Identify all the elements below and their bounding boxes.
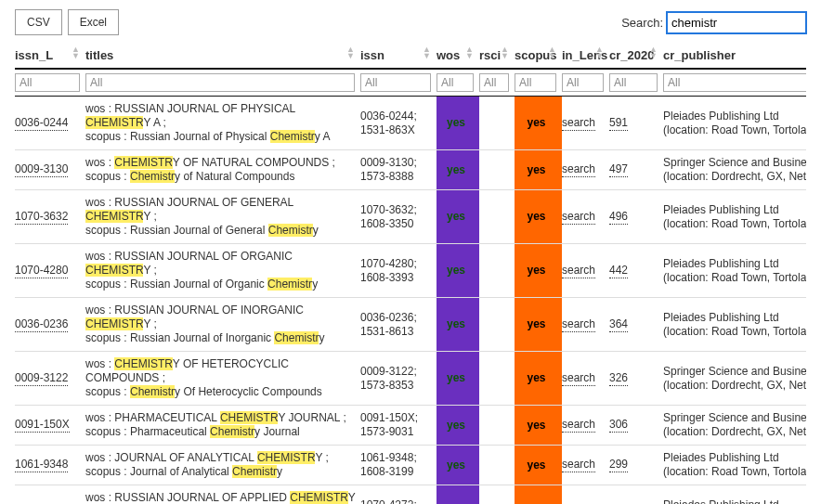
filter-input-cr_publisher[interactable] (663, 73, 806, 92)
wos-cell: yes (437, 485, 479, 505)
issn-cell: 0036-0244;1531-863X (360, 97, 437, 150)
table-row: 1061-9348wos : JOURNAL OF ANALYTICAL CHE… (15, 446, 806, 485)
titles-cell: wos : JOURNAL OF ANALYTICAL CHEMISTRY ;s… (85, 446, 360, 485)
rsci-cell (479, 244, 515, 298)
rsci-cell (479, 485, 515, 505)
csv-button[interactable]: CSV (15, 9, 62, 35)
excel-button[interactable]: Excel (68, 9, 119, 35)
cr2020-link[interactable]: 306 (609, 418, 628, 433)
inlens-link[interactable]: search (562, 458, 595, 472)
issn-l-link[interactable]: 1070-3632 (15, 210, 68, 225)
search-label: Search: (621, 16, 663, 30)
rsci-cell (479, 97, 515, 150)
issn-l-link[interactable]: 0009-3122 (15, 371, 68, 386)
sort-icon: ▲▼ (501, 46, 509, 59)
table-row: 1070-4280wos : RUSSIAN JOURNAL OF ORGANI… (15, 244, 806, 298)
data-table: issn_L▲▼titles▲▼issn▲▼wos▲▼rsci▲▼scopus▲… (15, 43, 806, 504)
filter-input-in_Lens[interactable] (562, 73, 604, 92)
filter-input-rsci[interactable] (479, 73, 509, 92)
cr2020-link[interactable]: 497 (609, 162, 628, 177)
cr2020-link[interactable]: 591 (609, 116, 628, 131)
inlens-link[interactable]: search (562, 317, 595, 332)
issn-l-link[interactable]: 1070-4280 (15, 264, 68, 278)
titles-cell: wos : RUSSIAN JOURNAL OF INORGANIC CHEMI… (85, 298, 360, 352)
scopus-cell: yes (515, 298, 562, 352)
search-input[interactable] (667, 12, 806, 33)
wos-cell: yes (437, 244, 479, 298)
issn-cell: 1070-3632;1608-3350 (360, 190, 437, 244)
cr2020-link[interactable]: 299 (609, 458, 628, 472)
column-header-titles[interactable]: titles▲▼ (85, 43, 360, 69)
wos-cell: yes (437, 298, 479, 352)
table-row: 0091-150Xwos : PHARMACEUTICAL CHEMISTRY … (15, 406, 806, 446)
wos-cell: yes (437, 97, 479, 150)
filter-input-scopus[interactable] (515, 73, 556, 92)
inlens-link[interactable]: search (562, 162, 595, 177)
scopus-cell: yes (515, 446, 562, 485)
issn-cell: 0009-3130;1573-8388 (360, 150, 437, 190)
inlens-link[interactable]: search (562, 116, 595, 131)
filter-input-wos[interactable] (437, 73, 474, 92)
sort-icon: ▲▼ (595, 46, 604, 59)
table-row: 0036-0244wos : RUSSIAN JOURNAL OF PHYSIC… (15, 97, 806, 150)
table-row: 0009-3122wos : CHEMISTRY OF HETEROCYCLIC… (15, 352, 806, 406)
titles-cell: wos : RUSSIAN JOURNAL OF PHYSICAL CHEMIS… (85, 97, 360, 150)
sort-icon: ▲▼ (465, 46, 474, 59)
column-header-scopus[interactable]: scopus▲▼ (515, 43, 562, 69)
titles-cell: wos : CHEMISTRY OF NATURAL COMPOUNDS ;sc… (85, 150, 360, 190)
inlens-link[interactable]: search (562, 371, 595, 386)
issn-l-link[interactable]: 0036-0236 (15, 317, 68, 332)
titles-cell: wos : RUSSIAN JOURNAL OF ORGANIC CHEMIST… (85, 244, 360, 298)
filter-input-issn[interactable] (360, 73, 431, 92)
issn-l-link[interactable]: 1061-9348 (15, 458, 68, 472)
rsci-cell (479, 298, 515, 352)
table-row: 0036-0236wos : RUSSIAN JOURNAL OF INORGA… (15, 298, 806, 352)
column-header-wos[interactable]: wos▲▼ (437, 43, 479, 69)
issn-cell: 0036-0236;1531-8613 (360, 298, 437, 352)
publisher-cell: Pleiades Publishing Ltd(location: Road T… (663, 446, 806, 485)
inlens-link[interactable]: search (562, 264, 595, 278)
issn-l-link[interactable]: 0036-0244 (15, 116, 68, 131)
issn-l-link[interactable]: 0091-150X (15, 418, 70, 433)
rsci-cell (479, 150, 515, 190)
cr2020-link[interactable]: 326 (609, 371, 628, 386)
rsci-cell (479, 446, 515, 485)
cr2020-link[interactable]: 496 (609, 210, 628, 225)
table-row: 0009-3130wos : CHEMISTRY OF NATURAL COMP… (15, 150, 806, 190)
inlens-link[interactable]: search (562, 210, 595, 225)
rsci-cell (479, 406, 515, 446)
column-header-in_Lens[interactable]: in_Lens▲▼ (562, 43, 609, 69)
publisher-cell: Pleiades Publishing Ltd(location: Road T… (663, 244, 806, 298)
issn-cell: 1070-4272;1608-3296 (360, 485, 437, 505)
titles-cell: wos : PHARMACEUTICAL CHEMISTRY JOURNAL ;… (85, 406, 360, 446)
sort-icon: ▲▼ (346, 46, 355, 59)
table-row: 1070-3632wos : RUSSIAN JOURNAL OF GENERA… (15, 190, 806, 244)
table-scroll-container: issn_L▲▼titles▲▼issn▲▼wos▲▼rsci▲▼scopus▲… (15, 43, 806, 504)
column-header-cr_publisher[interactable]: cr_publisher▲▼ (663, 43, 806, 69)
inlens-link[interactable]: search (562, 418, 595, 433)
column-header-cr_2020[interactable]: cr_2020▲▼ (609, 43, 663, 69)
scopus-cell: yes (515, 190, 562, 244)
column-header-rsci[interactable]: rsci▲▼ (479, 43, 515, 69)
filter-input-titles[interactable] (85, 73, 355, 92)
filter-input-issn_L[interactable] (15, 73, 80, 92)
issn-l-link[interactable]: 0009-3130 (15, 162, 68, 177)
sort-icon: ▲▼ (548, 46, 556, 59)
sort-icon: ▲▼ (649, 46, 658, 59)
issn-cell: 0091-150X;1573-9031 (360, 406, 437, 446)
issn-cell: 1070-4280;1608-3393 (360, 244, 437, 298)
scopus-cell: yes (515, 352, 562, 406)
column-header-issn_L[interactable]: issn_L▲▼ (15, 43, 85, 69)
sort-icon: ▲▼ (423, 46, 431, 59)
wos-cell: yes (437, 190, 479, 244)
scopus-cell: yes (515, 97, 562, 150)
scopus-cell: yes (515, 485, 562, 505)
column-header-issn[interactable]: issn▲▼ (360, 43, 437, 69)
table-row: 1070-4272wos : RUSSIAN JOURNAL OF APPLIE… (15, 485, 806, 505)
filter-input-cr_2020[interactable] (609, 73, 658, 92)
scopus-cell: yes (515, 244, 562, 298)
wos-cell: yes (437, 446, 479, 485)
cr2020-link[interactable]: 364 (609, 317, 628, 332)
wos-cell: yes (437, 150, 479, 190)
cr2020-link[interactable]: 442 (609, 264, 628, 278)
